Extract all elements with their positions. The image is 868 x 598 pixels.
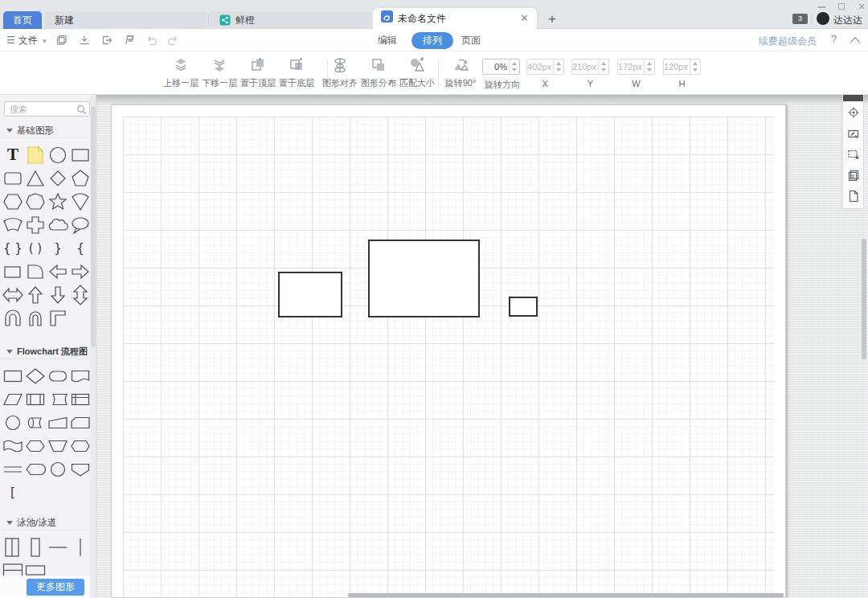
- shape-fc-alt-hexagon[interactable]: [70, 435, 92, 457]
- format-brush-icon[interactable]: [122, 33, 137, 47]
- page[interactable]: [111, 104, 786, 598]
- shape-fc-preparation[interactable]: [25, 435, 47, 457]
- distribute-shapes-button[interactable]: 图形分布: [359, 56, 398, 89]
- shape-fc-manual-input[interactable]: [47, 412, 69, 434]
- rotate-direction-input[interactable]: 0%: [482, 59, 520, 75]
- y-position-input[interactable]: 210px: [571, 59, 609, 75]
- shape-rectangle[interactable]: [2, 260, 24, 283]
- shape-square[interactable]: [70, 144, 92, 166]
- tab-xiancheng[interactable]: 鲜橙: [210, 11, 371, 29]
- canvas-area[interactable]: [96, 95, 868, 598]
- shape-cone[interactable]: [70, 190, 92, 213]
- panel-handle[interactable]: [843, 95, 863, 101]
- shape-brace-pair[interactable]: { }: [2, 237, 24, 260]
- notification-badge[interactable]: 3: [792, 14, 808, 24]
- shape-fc-internal-storage[interactable]: [70, 388, 92, 411]
- help-icon[interactable]: ?: [831, 33, 837, 45]
- shape-vertical-lane[interactable]: [25, 536, 47, 559]
- search-input[interactable]: [8, 103, 76, 115]
- shape-right-arrow[interactable]: [70, 260, 92, 283]
- spinner-icon[interactable]: [598, 59, 608, 74]
- shape-u-turn-arrow[interactable]: [2, 307, 24, 330]
- spinner-icon[interactable]: [644, 59, 654, 74]
- tab-untitled-active[interactable]: 未命名文件 ✕: [373, 8, 537, 29]
- width-input[interactable]: 172px: [617, 59, 655, 75]
- move-up-layer-button[interactable]: 上移一层: [162, 56, 200, 89]
- shape-horizontal-line[interactable]: [47, 536, 69, 559]
- redo-icon[interactable]: [166, 33, 180, 47]
- more-shapes-button[interactable]: 更多图形: [27, 579, 84, 596]
- position-icon[interactable]: [847, 106, 860, 119]
- shape-sticky-note[interactable]: [25, 144, 47, 166]
- shape-cross[interactable]: [25, 214, 47, 236]
- export-icon[interactable]: [100, 33, 114, 47]
- shape-rounded-rectangle[interactable]: [2, 167, 24, 190]
- shape-fc-stored-data[interactable]: [47, 388, 69, 411]
- section-basic-shapes[interactable]: 基础图形: [0, 122, 90, 138]
- horizontal-scrollbar-thumb[interactable]: [348, 593, 784, 597]
- shape-fc-process[interactable]: [2, 365, 24, 387]
- new-tab-button[interactable]: +: [543, 10, 561, 28]
- shape-fc-terminator[interactable]: [47, 365, 69, 387]
- window-icon[interactable]: [55, 33, 69, 47]
- close-window-button[interactable]: ✕: [854, 2, 868, 11]
- shape-left-brace[interactable]: {: [70, 237, 92, 260]
- shape-fc-decision[interactable]: [25, 365, 47, 387]
- shape-corner[interactable]: [47, 307, 69, 330]
- spinner-icon[interactable]: [553, 59, 563, 74]
- shape-cloud[interactable]: [47, 214, 69, 236]
- shape-right-brace[interactable]: }: [47, 237, 69, 260]
- minimize-button[interactable]: [818, 6, 825, 8]
- shape-star[interactable]: [47, 190, 69, 213]
- shape-fc-manual-operation[interactable]: [47, 435, 69, 457]
- shape-heptagon[interactable]: [25, 190, 47, 213]
- close-tab-icon[interactable]: ✕: [520, 8, 529, 29]
- canvas-size-icon[interactable]: [847, 148, 860, 161]
- shape-fc-direct-access-storage[interactable]: [25, 412, 47, 434]
- shape-fc-off-page-connector[interactable]: [70, 458, 92, 481]
- shape-left-arrow[interactable]: [47, 260, 69, 283]
- shape-fc-parallelogram[interactable]: [2, 388, 24, 411]
- shape-up-arrow[interactable]: [25, 284, 47, 306]
- renew-membership-link[interactable]: 续费超级会员: [759, 35, 817, 48]
- x-position-input[interactable]: 402px: [526, 59, 564, 75]
- shape-down-arrow[interactable]: [47, 284, 69, 306]
- shape-h-double-arrow[interactable]: [2, 284, 24, 306]
- height-input[interactable]: 120px: [663, 59, 701, 75]
- shape-hexagon[interactable]: [2, 190, 24, 213]
- shape-text[interactable]: T: [2, 144, 24, 166]
- maximize-button[interactable]: [838, 3, 845, 10]
- shape-fc-card[interactable]: [70, 412, 92, 434]
- canvas-rectangle[interactable]: [278, 272, 342, 317]
- tab-page[interactable]: 页面: [461, 34, 481, 47]
- shape-fc-display[interactable]: [25, 458, 47, 481]
- shape-u-shape[interactable]: [25, 307, 47, 330]
- spinner-icon[interactable]: [509, 59, 519, 74]
- align-shapes-button[interactable]: 图形对齐: [321, 56, 359, 89]
- shape-pentagon[interactable]: [70, 167, 92, 190]
- avatar[interactable]: [817, 12, 829, 25]
- shape-v-double-arrow[interactable]: [70, 284, 92, 306]
- style-fx-icon[interactable]: [847, 127, 860, 140]
- scrollbar-thumb[interactable]: [91, 106, 96, 347]
- shape-fc-punched-tape[interactable]: [2, 435, 24, 457]
- shape-fc-circle-node[interactable]: [47, 458, 69, 481]
- shape-fc-predefined-process[interactable]: [25, 388, 47, 411]
- download-icon[interactable]: [77, 33, 92, 47]
- shape-fc-document[interactable]: [70, 365, 92, 387]
- spinner-icon[interactable]: [690, 59, 700, 74]
- tab-edit[interactable]: 编辑: [378, 34, 397, 47]
- sidebar-scrollbar[interactable]: [90, 95, 96, 598]
- tab-new-file[interactable]: 新建: [45, 11, 207, 29]
- undo-icon[interactable]: [145, 33, 159, 47]
- match-size-button[interactable]: 匹配大小: [398, 56, 436, 89]
- file-menu[interactable]: ☰文件 ▾: [6, 29, 47, 51]
- bring-to-front-button[interactable]: 置于顶层: [239, 56, 277, 89]
- home-tab[interactable]: 首页: [3, 11, 42, 29]
- shape-fc-left-bracket[interactable]: [: [2, 481, 24, 504]
- rotate-90-button[interactable]: 旋转90°: [441, 56, 480, 89]
- search-box[interactable]: [4, 101, 90, 117]
- shape-triangle[interactable]: [25, 167, 47, 190]
- canvas-rectangle[interactable]: [368, 240, 480, 317]
- canvas-rectangle[interactable]: [509, 297, 538, 317]
